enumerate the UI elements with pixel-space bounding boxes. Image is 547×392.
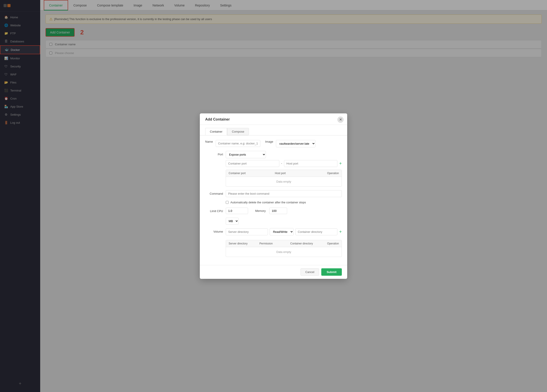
cpu-label-field: Limit CPU: [205, 208, 223, 213]
volume-label: Volume: [205, 228, 223, 233]
modal-tabs: Container Compose: [200, 125, 347, 135]
auto-delete-label: Automatically delete the container after…: [230, 201, 306, 204]
port-row: Port Expose ports - + Con: [205, 151, 342, 187]
port-col-container: Container port: [229, 172, 275, 175]
auto-delete-row: Automatically delete the container after…: [226, 201, 342, 204]
port-controls: Expose ports - + Container port Host por…: [226, 151, 342, 187]
port-expose-select[interactable]: Expose ports: [226, 151, 266, 158]
image-select[interactable]: vaultwarden/server:late: [276, 140, 315, 147]
name-label: Name: [205, 140, 213, 143]
cpu-mem-inputs: Memory: [226, 208, 342, 214]
image-label: Image: [265, 140, 273, 143]
volume-controls: Read/Write + Server directory Permission…: [226, 228, 342, 257]
modal-close-button[interactable]: ✕: [337, 116, 344, 123]
volume-table: Server directory Permission Container di…: [226, 240, 342, 257]
cancel-button[interactable]: Cancel: [301, 268, 319, 276]
port-input-row: - +: [226, 160, 342, 167]
host-port-input[interactable]: [284, 160, 338, 167]
memory-unit-select[interactable]: MB: [226, 218, 239, 225]
modal-tab-container-label: Container: [210, 130, 222, 133]
modal-tab-container[interactable]: Container: [205, 128, 227, 135]
cpu-memory-controls: Memory MB: [226, 208, 342, 225]
memory-unit-row: MB: [226, 218, 342, 225]
vol-col-server: Server directory: [229, 242, 260, 245]
auto-delete-checkbox[interactable]: [226, 201, 229, 204]
container-port-input[interactable]: [226, 160, 279, 167]
modal-footer: Cancel Submit: [200, 265, 347, 279]
container-name-input[interactable]: [216, 140, 260, 147]
add-container-modal: ✕ Add Container Container Compose Name I…: [200, 113, 347, 279]
command-input[interactable]: [226, 190, 342, 197]
name-image-row: Name Image vaultwarden/server:late: [205, 140, 342, 147]
port-col-operation: Operation: [321, 172, 339, 175]
modal-overlay: ✕ Add Container Container Compose Name I…: [0, 0, 547, 392]
port-table-empty: Data empty: [226, 177, 342, 186]
memory-input[interactable]: [269, 208, 287, 214]
permission-select[interactable]: Read/Write: [270, 228, 294, 236]
port-label: Port: [205, 151, 223, 156]
modal-title: Add Container: [200, 113, 347, 125]
vol-col-container: Container directory: [290, 242, 321, 245]
volume-table-header: Server directory Permission Container di…: [226, 240, 342, 247]
port-dash: -: [281, 161, 282, 165]
server-dir-input[interactable]: [226, 228, 268, 235]
command-label: Command: [205, 190, 223, 195]
modal-tab-compose[interactable]: Compose: [227, 128, 249, 135]
command-row: Command: [205, 190, 342, 197]
command-controls: [226, 190, 342, 197]
add-port-button[interactable]: +: [339, 161, 342, 166]
modal-tab-compose-label: Compose: [232, 130, 244, 133]
vol-col-permission: Permission: [260, 242, 290, 245]
vol-col-operation: Operation: [321, 242, 339, 245]
port-table: Container port Host port Operation Data …: [226, 170, 342, 187]
add-volume-button[interactable]: +: [339, 230, 342, 234]
volume-row: Volume Read/Write + Server directory: [205, 228, 342, 257]
cpu-memory-row: Limit CPU Memory MB: [205, 208, 342, 225]
volume-input-row: Read/Write +: [226, 228, 342, 236]
container-dir-input[interactable]: [295, 228, 338, 235]
cpu-input[interactable]: [226, 208, 248, 214]
port-col-host: Host port: [275, 172, 321, 175]
modal-body: Name Image vaultwarden/server:late Port …: [200, 135, 347, 265]
port-table-header: Container port Host port Operation: [226, 170, 342, 177]
submit-button[interactable]: Submit: [321, 268, 342, 276]
memory-label: Memory: [255, 209, 266, 213]
volume-table-empty: Data empty: [226, 247, 342, 257]
